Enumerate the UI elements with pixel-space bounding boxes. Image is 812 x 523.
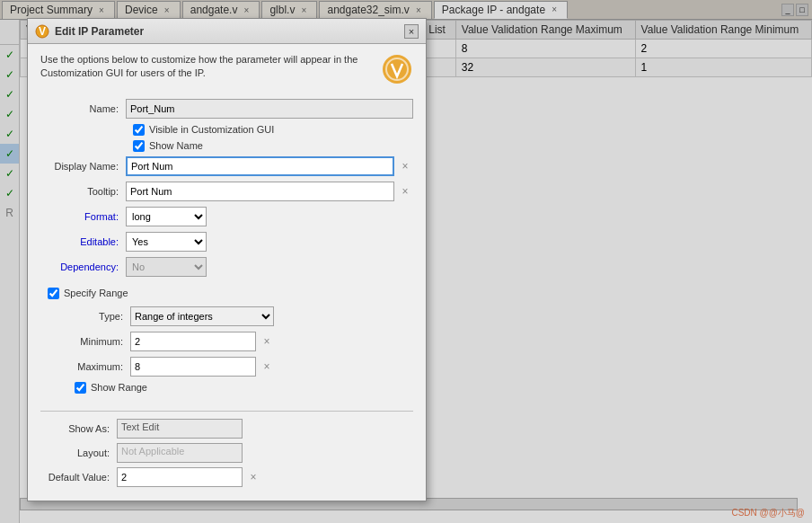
svg-text:V: V (39, 25, 46, 38)
layout-placeholder: Not Applicable (117, 443, 243, 463)
format-row: Format: long string float bool bitString (40, 207, 413, 226)
display-name-row: Display Name: × (40, 156, 413, 176)
dialog-description: Use the options below to customize how t… (40, 53, 374, 81)
dialog-body: Use the options below to customize how t… (28, 44, 426, 501)
show-as-row: Show As: Text Edit (40, 419, 413, 439)
layout-label: Layout: (40, 448, 117, 458)
visible-checkbox[interactable] (133, 124, 145, 136)
name-input[interactable] (126, 99, 413, 119)
editable-select[interactable]: Yes No (126, 232, 207, 252)
dependency-row: Dependency: No (40, 257, 413, 277)
bottom-section: Show As: Text Edit Layout: Not Applicabl… (40, 411, 413, 487)
specify-range-header: Specify Range (40, 288, 413, 299)
tooltip-label: Tooltip: (40, 186, 126, 197)
visible-checkbox-row: Visible in Customization GUI (126, 124, 413, 136)
specify-range-label: Specify Range (64, 288, 128, 298)
minimum-clear-button[interactable]: × (259, 333, 275, 350)
maximum-row: Maximum: × (67, 357, 413, 377)
editable-label: Editable: (40, 236, 126, 247)
dependency-label: Dependency: (40, 262, 126, 272)
format-select[interactable]: long string float bool bitString (126, 207, 207, 226)
default-value-row: Default Value: × (40, 467, 413, 487)
show-range-row: Show Range (67, 382, 413, 394)
type-label: Type: (67, 311, 130, 322)
tooltip-clear-button[interactable]: × (397, 183, 413, 199)
visible-label: Visible in Customization GUI (149, 124, 274, 135)
show-range-checkbox[interactable] (75, 382, 86, 394)
show-range-label: Show Range (91, 382, 147, 393)
layout-row: Layout: Not Applicable (40, 443, 413, 463)
type-select[interactable]: Range of integers List of values (130, 306, 274, 326)
name-label: Name: (40, 103, 126, 114)
edit-ip-parameter-dialog: V Edit IP Parameter × Use the options be… (27, 18, 427, 501)
name-row: Name: (40, 99, 413, 119)
show-as-value: Text Edit (117, 419, 243, 439)
dialog-title: Edit IP Parameter (55, 25, 404, 38)
maximum-input[interactable] (130, 357, 256, 377)
dialog-titlebar: V Edit IP Parameter × (28, 19, 426, 44)
minimum-input[interactable] (130, 332, 256, 351)
show-as-label: Show As: (40, 423, 117, 434)
tooltip-row: Tooltip: × (40, 182, 413, 201)
display-name-input[interactable] (126, 156, 394, 176)
dialog-icon: V (35, 24, 49, 39)
format-label: Format: (40, 211, 126, 222)
show-name-label: Show Name (149, 140, 203, 151)
vivado-logo (381, 53, 413, 85)
maximum-clear-button[interactable]: × (259, 359, 275, 375)
dialog-overlay: V Edit IP Parameter × Use the options be… (0, 0, 812, 523)
type-row: Type: Range of integers List of values (67, 306, 413, 326)
display-name-clear-button[interactable]: × (397, 158, 413, 174)
show-name-checkbox[interactable] (133, 140, 145, 152)
display-name-label: Display Name: (40, 161, 126, 172)
show-name-checkbox-row: Show Name (126, 140, 413, 152)
default-value-label: Default Value: (40, 472, 117, 483)
minimum-row: Minimum: × (67, 332, 413, 351)
dependency-select[interactable]: No (126, 257, 207, 277)
specify-range-section: Specify Range Type: Range of integers Li… (40, 282, 413, 403)
dialog-close-button[interactable]: × (404, 24, 419, 39)
default-value-clear-button[interactable]: × (245, 469, 261, 485)
tooltip-input[interactable] (126, 182, 394, 201)
specify-range-checkbox[interactable] (48, 288, 59, 299)
vivado-logo-area (381, 53, 413, 88)
minimum-label: Minimum: (67, 336, 130, 347)
range-inner: Type: Range of integers List of values M… (40, 306, 413, 394)
editable-row: Editable: Yes No (40, 232, 413, 252)
default-value-input[interactable] (117, 467, 243, 487)
maximum-label: Maximum: (67, 361, 130, 372)
